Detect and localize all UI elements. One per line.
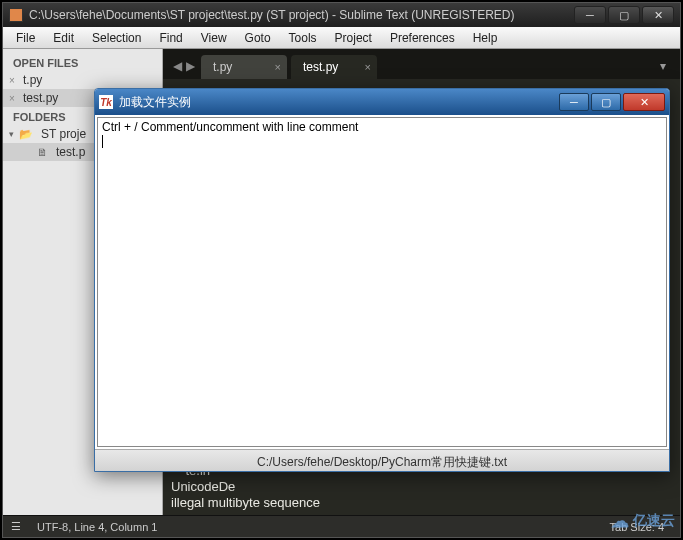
menu-file[interactable]: File — [7, 29, 44, 47]
status-hamburger-icon[interactable]: ☰ — [11, 520, 21, 533]
maximize-button[interactable]: ▢ — [608, 6, 640, 24]
tab-close-icon[interactable]: × — [275, 61, 281, 73]
file-icon — [37, 145, 52, 159]
close-icon[interactable]: × — [9, 93, 15, 104]
dialog-statusbar: C:/Users/fehe/Desktop/PyCharm常用快捷键.txt — [95, 449, 669, 472]
dialog-minimize-button[interactable]: ─ — [559, 93, 589, 111]
dialog-maximize-button[interactable]: ▢ — [591, 93, 621, 111]
dialog-text-area[interactable]: Ctrl + / Comment/uncomment with line com… — [97, 117, 667, 447]
menu-view[interactable]: View — [192, 29, 236, 47]
open-file-item[interactable]: × t.py — [3, 71, 162, 89]
menu-edit[interactable]: Edit — [44, 29, 83, 47]
close-button[interactable]: ✕ — [642, 6, 674, 24]
menu-project[interactable]: Project — [326, 29, 381, 47]
close-icon[interactable]: × — [9, 75, 15, 86]
open-files-header: OPEN FILES — [3, 53, 162, 71]
open-file-label: test.py — [23, 91, 58, 105]
tab-close-icon[interactable]: × — [365, 61, 371, 73]
menu-help[interactable]: Help — [464, 29, 507, 47]
tabbar: ◀ ▶ t.py × test.py × ▾ — [163, 49, 680, 79]
tab-next-icon[interactable]: ▶ — [186, 59, 195, 73]
watermark: ☁ 亿速云 — [611, 510, 675, 532]
file-label: test.p — [56, 145, 85, 159]
dialog-status-path: C:/Users/fehe/Desktop/PyCharm常用快捷键.txt — [257, 454, 507, 471]
window-title: C:\Users\fehe\Documents\ST project\test.… — [29, 8, 572, 22]
tk-icon: Tk — [99, 95, 113, 109]
minimize-button[interactable]: ─ — [574, 6, 606, 24]
folder-icon — [19, 127, 37, 141]
menu-preferences[interactable]: Preferences — [381, 29, 464, 47]
folder-label: ST proje — [41, 127, 86, 141]
dialog-title: 加载文件实例 — [119, 94, 191, 111]
tab[interactable]: test.py × — [291, 55, 377, 79]
tab[interactable]: t.py × — [201, 55, 287, 79]
menu-tools[interactable]: Tools — [280, 29, 326, 47]
chevron-down-icon: ▾ — [9, 129, 14, 139]
status-left[interactable]: UTF-8, Line 4, Column 1 — [29, 521, 165, 533]
app-icon — [9, 8, 23, 22]
open-file-label: t.py — [23, 73, 42, 87]
dialog-close-button[interactable]: ✕ — [623, 93, 665, 111]
menu-goto[interactable]: Goto — [236, 29, 280, 47]
dialog-window: Tk 加载文件实例 ─ ▢ ✕ Ctrl + / Comment/uncomme… — [94, 88, 670, 472]
tab-label: t.py — [213, 60, 232, 74]
tab-prev-icon[interactable]: ◀ — [173, 59, 182, 73]
menubar: File Edit Selection Find View Goto Tools… — [3, 27, 680, 49]
menu-find[interactable]: Find — [150, 29, 191, 47]
cloud-icon: ☁ — [611, 510, 629, 532]
tab-label: test.py — [303, 60, 338, 74]
tab-overflow-icon[interactable]: ▾ — [650, 59, 676, 79]
text-cursor — [102, 135, 103, 148]
menu-selection[interactable]: Selection — [83, 29, 150, 47]
main-titlebar[interactable]: C:\Users\fehe\Documents\ST project\test.… — [3, 3, 680, 27]
dialog-titlebar[interactable]: Tk 加载文件实例 ─ ▢ ✕ — [95, 89, 669, 115]
statusbar: ☰ UTF-8, Line 4, Column 1 Tab Size: 4 — [3, 515, 680, 537]
